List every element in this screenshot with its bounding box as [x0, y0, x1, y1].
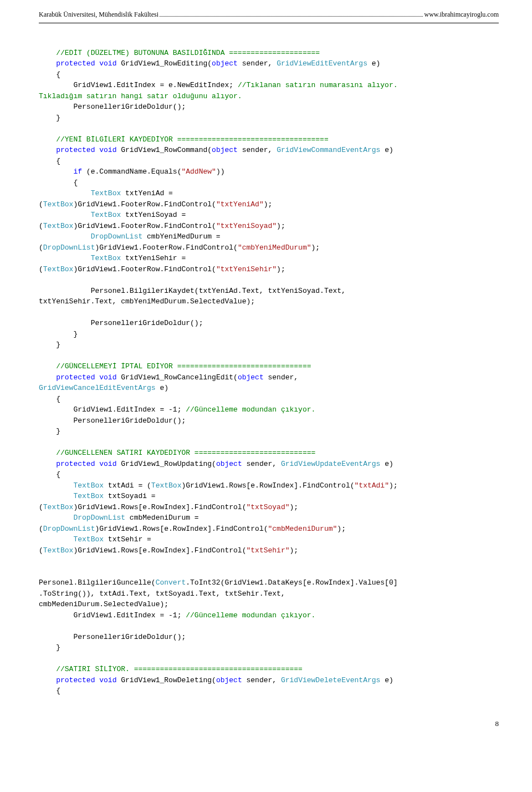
code-token: TextBox [73, 481, 104, 490]
code-token: void [99, 59, 116, 68]
code-token: ); [337, 525, 346, 533]
code-token: //YENİ BİLGİLERİ KAYDEDİYOR ============… [56, 135, 328, 144]
code-token: GridView1_RowDeleting( [116, 676, 216, 684]
code-token: TextBox [43, 200, 74, 209]
code-token: object [216, 676, 242, 684]
code-token: PersonelleriGrideDoldur(); [39, 103, 186, 111]
code-token [39, 49, 56, 57]
code-token: txtSoyadi = [104, 492, 160, 500]
code-token: { [39, 70, 60, 79]
code-token [39, 449, 56, 457]
code-token: )GridView1.Rows[e.RowIndex].FindControl( [95, 525, 268, 533]
code-token: { [39, 687, 60, 695]
code-token: "cmbYeniMedDurum" [238, 243, 311, 252]
code-token: //Güncelleme modundan çıkıyor. [186, 611, 315, 620]
code-token: } [39, 341, 60, 349]
code-token [39, 665, 56, 673]
header-right: www.ibrahimcayiroglu.com [424, 10, 499, 19]
code-token: txtSehir = [104, 535, 156, 544]
code-token [39, 373, 56, 382]
code-token [39, 167, 73, 176]
code-token: GridViewEditEventArgs [277, 59, 367, 68]
code-token: void [99, 460, 116, 468]
code-token: sender, [264, 373, 303, 382]
code-token [39, 535, 73, 544]
code-token: PersonelleriGrideDoldur(); [39, 319, 203, 327]
code-token [39, 146, 56, 154]
code-token: e) [380, 676, 393, 684]
code-token: e) [380, 146, 393, 154]
code-token: protected [56, 460, 95, 468]
code-token: TextBox [43, 222, 74, 230]
code-token: { [39, 395, 60, 403]
code-token: sender, [242, 460, 281, 468]
code-token: ( [39, 503, 43, 511]
code-token [39, 135, 56, 144]
code-token: txtYeniSehir.Text, cmbYeniMedDurum.Selec… [39, 297, 255, 306]
code-token: GridViewCommandEventArgs [277, 146, 380, 154]
code-token: sender, [238, 59, 277, 68]
code-token: //SATIRI SİLİYOR. ======================… [56, 665, 303, 673]
code-token: TextBox [91, 189, 121, 197]
code-token: TextBox [43, 546, 74, 555]
code-token: TextBox [73, 492, 104, 500]
code-token: void [99, 373, 116, 382]
code-token: GridView1.EditIndex = e.NewEditIndex; [39, 81, 238, 89]
code-token [39, 232, 91, 241]
code-token: } [39, 114, 60, 122]
code-token: object [212, 146, 238, 154]
code-token: } [39, 330, 78, 338]
code-token: (e.CommandName.Equals( [82, 167, 181, 176]
code-token: protected [56, 59, 95, 68]
code-token: protected [56, 676, 95, 684]
code-token: )GridView1.FooterRow.FindControl( [73, 265, 216, 273]
document-page: Karabük Üniversitesi, Mühendislik Fakült… [0, 0, 532, 746]
code-token: )GridView1.FooterRow.FindControl( [73, 222, 216, 230]
code-token: Convert [156, 578, 186, 587]
code-token: sender, [242, 676, 281, 684]
page-header: Karabük Üniversitesi, Mühendislik Fakült… [39, 10, 499, 19]
code-token: "cmbMedeniDurum" [268, 525, 337, 533]
code-token [39, 254, 91, 262]
code-token: object [212, 59, 238, 68]
code-token: "txtYeniSehir" [216, 265, 277, 273]
code-token: Personel.BilgileriKaydet(txtYeniAd.Text,… [39, 287, 350, 295]
code-token: DropDownList [91, 232, 143, 241]
code-token: GridView1.EditIndex = -1; [39, 611, 186, 620]
code-token: cmbMedeniDurum.SelectedValue); [39, 600, 168, 608]
header-left: Karabük Üniversitesi, Mühendislik Fakült… [39, 10, 158, 19]
code-token: GridViewCancelEditEventArgs [39, 384, 156, 392]
code-token: ( [39, 200, 43, 209]
code-token: TextBox [151, 481, 182, 490]
code-token: TextBox [91, 211, 121, 219]
code-token: )GridView1.Rows[e.RowIndex].FindControl( [73, 503, 246, 511]
code-token: } [39, 643, 60, 652]
code-token: TextBox [43, 265, 74, 273]
code-token: GridView1.EditIndex = -1; [39, 405, 186, 414]
code-token: GridView1_RowCancelingEdit( [116, 373, 237, 382]
header-dots [160, 11, 423, 17]
code-token [39, 59, 56, 68]
code-token [39, 460, 56, 468]
code-token: object [216, 460, 242, 468]
code-token [39, 362, 56, 370]
page-number: 8 [39, 719, 499, 729]
code-token: protected [56, 146, 95, 154]
code-token: )GridView1.Rows[e.RowIndex].FindControl( [181, 481, 354, 490]
code-token: )GridView1.Rows[e.RowIndex].FindControl( [73, 546, 246, 555]
code-token: Tıkladığım satırın hangi satır olduğunu … [39, 92, 242, 100]
code-token: "txtSehir" [246, 546, 289, 555]
code-token: //GUNCELLENEN SATIRI KAYDEDIYOR ========… [56, 449, 315, 457]
code-token: cmbYeniMedDurum = [142, 232, 224, 241]
code-token: PersonelleriGrideDoldur(); [39, 633, 186, 641]
code-token: txtYeniAd = [121, 189, 177, 197]
code-token: )GridView1.FooterRow.FindControl( [95, 243, 237, 252]
code-token: ); [277, 222, 285, 230]
code-token: ); [290, 503, 299, 511]
code-token: sender, [238, 146, 277, 154]
code-token: "txtAdi" [355, 481, 389, 490]
code-token: ( [39, 546, 43, 555]
code-token: GridView1_RowCommand( [116, 146, 212, 154]
code-token [39, 492, 73, 500]
code-token [39, 481, 73, 490]
